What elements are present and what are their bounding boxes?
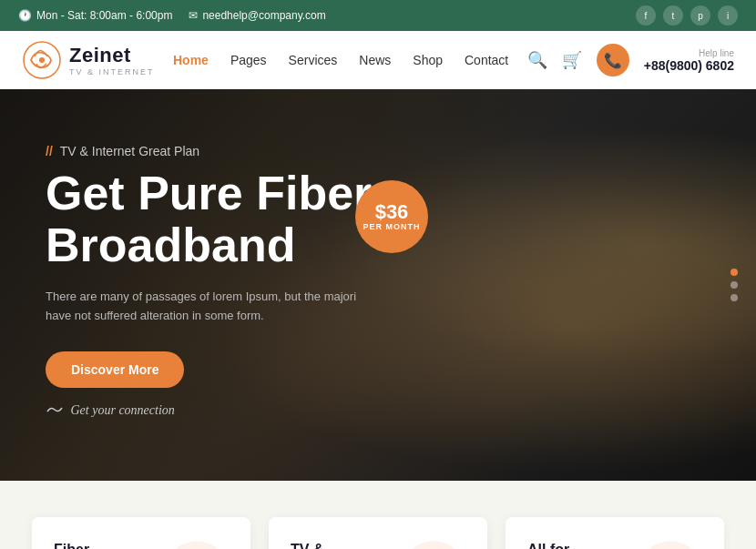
services-section: FiberBroadband Nam nec est id dui effici… [0,481,756,549]
service-card-fiber: FiberBroadband Nam nec est id dui effici… [32,517,250,549]
nav-services[interactable]: Services [289,53,338,67]
service-card-mobile: All forMobiles Nam nec est id dui effici… [506,517,724,549]
helpline: Help line +88(9800) 6802 [644,48,734,73]
logo-svg [22,40,62,80]
nav-shop[interactable]: Shop [413,53,443,67]
top-bar: 🕐 Mon - Sat: 8:00am - 6:00pm ✉ needhelp@… [0,0,756,31]
clock-icon: 🕐 [18,9,32,22]
hero-content: TV & Internet Great Plan Get Pure Fiber … [0,89,455,475]
email-text: needhelp@company.com [202,9,325,22]
nav-home[interactable]: Home [173,53,209,67]
helpline-number: +88(9800) 6802 [644,58,734,73]
nav-pages[interactable]: Pages [230,53,267,67]
slider-nav [730,269,738,301]
brand-name: Zeinet [69,44,155,67]
cart-icon[interactable]: 🛒 [562,50,582,70]
hero-section: TV & Internet Great Plan Get Pure Fiber … [0,89,756,481]
logo[interactable]: Zeinet TV & Internet [22,40,155,80]
service-icon-wrap-tv [402,541,465,549]
service-card-tv: TV &Streaming Nam nec est id dui efficit… [269,517,487,549]
service-text-mobile: All forMobiles Nam nec est id dui effici… [527,541,629,549]
slide-dot-2[interactable] [730,281,738,289]
slide-dot-3[interactable] [730,294,738,301]
nav-news[interactable]: News [359,53,391,67]
service-title-tv: TV &Streaming [291,541,393,549]
phone-icon-wrap[interactable]: 📞 [597,44,629,76]
service-title-fiber: FiberBroadband [54,541,156,549]
twitter-icon[interactable]: t [663,5,683,25]
top-bar-left: 🕐 Mon - Sat: 8:00am - 6:00pm ✉ needhelp@… [18,9,326,22]
instagram-icon[interactable]: i [718,5,738,25]
service-icon-wrap-mobile [639,541,702,549]
brand-sub: TV & Internet [69,67,155,76]
email-item: ✉ needhelp@company.com [189,9,325,22]
facebook-icon[interactable]: f [636,5,656,25]
hero-title-line1: Get Pure Fiber [46,167,372,219]
header-actions: 🔍 🛒 📞 Help line +88(9800) 6802 [527,44,734,76]
service-text-tv: TV &Streaming Nam nec est id dui efficit… [291,541,393,549]
pinterest-icon[interactable]: p [690,5,710,25]
service-text-fiber: FiberBroadband Nam nec est id dui effici… [54,541,156,549]
search-icon[interactable]: 🔍 [527,50,547,70]
price-label: PER MONTH [363,222,421,231]
logo-text-block: Zeinet TV & Internet [69,44,155,76]
schedule-text: Mon - Sat: 8:00am - 6:00pm [36,9,172,22]
hero-subtitle: TV & Internet Great Plan [46,144,410,158]
email-icon: ✉ [189,9,198,22]
social-links: f t p i [636,5,738,25]
nav-contact[interactable]: Contact [465,53,508,67]
hero-signature: Get your connection [46,402,410,421]
slide-dot-1[interactable] [730,269,738,276]
hero-title-line2: Broadband [46,219,295,271]
price-bubble: $36 PER MONTH [355,180,428,253]
service-title-mobile: All forMobiles [527,541,629,549]
helpline-label: Help line [644,48,734,58]
service-icon-wrap-fiber [165,541,229,549]
schedule-item: 🕐 Mon - Sat: 8:00am - 6:00pm [18,9,172,22]
svg-point-1 [39,57,45,63]
main-nav: Home Pages Services News Shop Contact [173,53,508,67]
phone-icon: 📞 [604,52,622,69]
header: Zeinet TV & Internet Home Pages Services… [0,31,756,89]
hero-description: There are many of passages of lorem Ipsu… [46,288,373,326]
price-amount: $36 [375,202,409,222]
discover-more-button[interactable]: Discover More [46,351,184,388]
